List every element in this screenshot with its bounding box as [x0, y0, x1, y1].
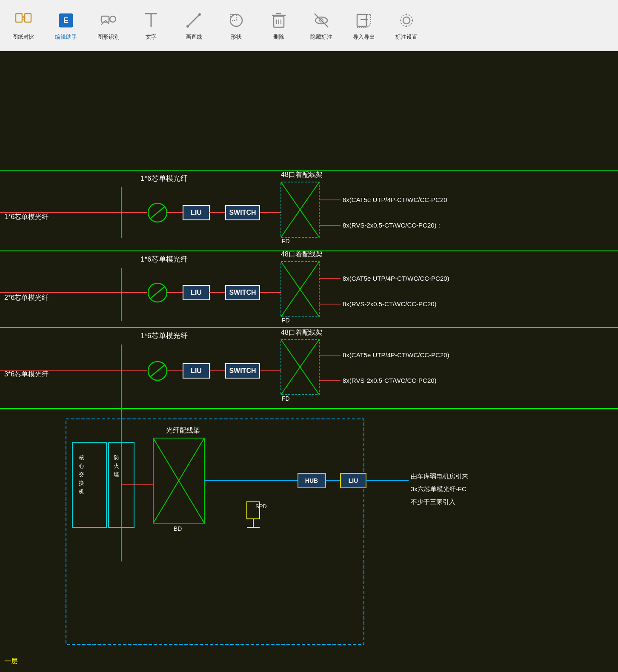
- svg-text:1*6芯单模光纤: 1*6芯单模光纤: [140, 332, 188, 340]
- svg-text:48口着配线架: 48口着配线架: [281, 251, 323, 258]
- svg-rect-31: [0, 51, 618, 672]
- schematic-svg: 1*6芯单模光纤 1*6芯单模光纤 LIU SWITCH 48口着配线架: [0, 51, 618, 672]
- hide-annotation-label: 隐藏标注: [310, 33, 332, 41]
- svg-text:3x六芯单模光纤-FC: 3x六芯单模光纤-FC: [411, 485, 466, 493]
- svg-text:FD: FD: [282, 238, 290, 245]
- toolbar: 图纸对比 E 编辑助手 图形识别 文字: [0, 0, 618, 51]
- annotation-settings-label: 标注设置: [395, 33, 418, 41]
- toolbar-item-edit-helper[interactable]: E 编辑助手: [51, 10, 81, 41]
- svg-text:E: E: [63, 16, 69, 25]
- toolbar-item-hide-annotation[interactable]: 隐藏标注: [306, 10, 336, 41]
- text-icon: [141, 10, 161, 31]
- toolbar-item-annotation-settings[interactable]: 标注设置: [392, 10, 421, 41]
- svg-point-25: [403, 17, 410, 24]
- svg-text:1*6芯单模光纤: 1*6芯单模光纤: [140, 255, 188, 263]
- svg-text:FD: FD: [282, 317, 290, 324]
- svg-text:1*6芯单模光纤: 1*6芯单模光纤: [140, 174, 188, 182]
- edit-helper-label: 编辑助手: [55, 33, 77, 41]
- svg-text:防: 防: [114, 454, 119, 461]
- svg-text:8x(CAT5e UTP/4P-CT/WC/CC-PC20): 8x(CAT5e UTP/4P-CT/WC/CC-PC20): [343, 275, 449, 282]
- svg-text:火: 火: [114, 463, 119, 469]
- svg-text:8x(CAT5e UTP/4P-CT/WC/CC-PC20): 8x(CAT5e UTP/4P-CT/WC/CC-PC20): [343, 351, 449, 359]
- delete-icon: [269, 10, 289, 31]
- svg-text:核: 核: [78, 454, 84, 461]
- canvas-area[interactable]: 1*6芯单模光纤 1*6芯单模光纤 LIU SWITCH 48口着配线架: [0, 51, 618, 672]
- svg-text:光纤配线架: 光纤配线架: [166, 427, 200, 434]
- svg-point-6: [110, 16, 116, 22]
- toolbar-item-draw-line[interactable]: 画直线: [179, 10, 209, 41]
- shape-icon: [226, 10, 246, 31]
- svg-text:心: 心: [78, 463, 84, 469]
- svg-text:8x(RVS-2x0.5-CT/WC/CC-PC20) :: 8x(RVS-2x0.5-CT/WC/CC-PC20) :: [343, 222, 440, 229]
- svg-text:48口着配线架: 48口着配线架: [281, 329, 323, 336]
- shape-recognize-icon: [98, 10, 119, 31]
- svg-text:SPD: SPD: [255, 503, 267, 510]
- shape-label: 形状: [231, 33, 242, 41]
- svg-text:48口着配线架: 48口着配线架: [281, 171, 323, 178]
- annotation-settings-icon: [396, 10, 417, 31]
- text-label: 文字: [146, 33, 157, 41]
- compare-icon: [13, 10, 34, 31]
- svg-line-9: [188, 14, 200, 26]
- svg-rect-0: [16, 14, 22, 22]
- svg-text:墙: 墙: [113, 471, 119, 478]
- svg-text:SWITCH: SWITCH: [229, 289, 256, 296]
- svg-text:机: 机: [79, 488, 84, 495]
- toolbar-item-compare[interactable]: 图纸对比: [9, 10, 38, 41]
- svg-text:由车库弱电机房引来: 由车库弱电机房引来: [411, 473, 468, 480]
- toolbar-item-text[interactable]: 文字: [136, 10, 166, 41]
- edit-helper-icon: E: [56, 10, 76, 31]
- compare-label: 图纸对比: [12, 33, 34, 41]
- import-export-icon: [354, 10, 374, 31]
- delete-label: 删除: [273, 33, 284, 41]
- svg-point-10: [186, 25, 189, 28]
- svg-text:3*6芯单模光纤: 3*6芯单模光纤: [4, 370, 49, 378]
- hide-annotation-icon: [311, 10, 332, 31]
- svg-point-26: [401, 14, 412, 26]
- draw-line-icon: [183, 10, 204, 31]
- import-export-label: 导入导出: [353, 33, 375, 41]
- svg-point-11: [198, 13, 201, 16]
- svg-text:LIU: LIU: [349, 477, 358, 484]
- svg-text:8x(RVS-2x0.5-CT/WC/CC-PC20): 8x(RVS-2x0.5-CT/WC/CC-PC20): [343, 300, 437, 308]
- toolbar-item-import-export[interactable]: 导入导出: [349, 10, 379, 41]
- svg-rect-23: [357, 14, 366, 26]
- svg-text:一层: 一层: [4, 658, 18, 665]
- svg-text:换: 换: [79, 480, 84, 486]
- svg-line-22: [315, 14, 328, 27]
- svg-text:不少于三家引入: 不少于三家引入: [411, 498, 455, 505]
- shape-recognize-label: 图形识别: [97, 33, 120, 41]
- svg-text:SWITCH: SWITCH: [229, 367, 256, 374]
- toolbar-item-shape-recognize[interactable]: 图形识别: [94, 10, 123, 41]
- svg-text:SWITCH: SWITCH: [229, 209, 256, 216]
- svg-text:1*6芯单模光纤: 1*6芯单模光纤: [4, 213, 49, 220]
- svg-text:8x(CAT5e UTP/4P-CT/WC/CC-PC20: 8x(CAT5e UTP/4P-CT/WC/CC-PC20: [343, 196, 447, 203]
- svg-text:HUB: HUB: [305, 477, 318, 484]
- draw-line-label: 画直线: [186, 33, 202, 41]
- svg-text:2*6芯单模光纤: 2*6芯单模光纤: [4, 294, 49, 301]
- svg-text:LIU: LIU: [191, 209, 202, 216]
- toolbar-item-shape[interactable]: 形状: [221, 10, 251, 41]
- svg-text:LIU: LIU: [191, 367, 202, 374]
- svg-text:8x(RVS-2x0.5-CT/WC/CC-PC20): 8x(RVS-2x0.5-CT/WC/CC-PC20): [343, 377, 437, 384]
- svg-text:LIU: LIU: [191, 289, 202, 296]
- svg-text:交: 交: [79, 471, 84, 478]
- svg-text:BD: BD: [174, 525, 182, 532]
- svg-text:FD: FD: [282, 395, 290, 402]
- toolbar-item-delete[interactable]: 删除: [264, 10, 294, 41]
